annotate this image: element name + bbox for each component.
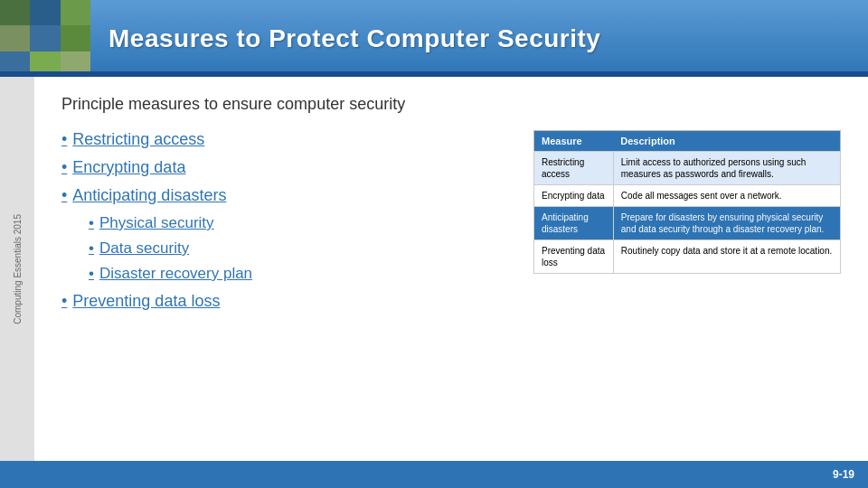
globe-image	[0, 0, 90, 77]
table-cell-desc-1: Limit access to authorized persons using…	[613, 152, 840, 185]
table-row: Restricting access Limit access to autho…	[534, 152, 841, 185]
list-item-restricting-access[interactable]: Restricting access	[61, 130, 515, 149]
table-header-description: Description	[613, 131, 840, 152]
list-item-anticipating-disasters[interactable]: Anticipating disasters	[61, 186, 515, 205]
header: Measures to Protect Computer Security	[0, 0, 868, 77]
table-header-row: Measure Description	[534, 131, 841, 152]
list-item-physical-security[interactable]: Physical security	[89, 214, 515, 232]
page-number: 9-19	[833, 468, 854, 481]
table-row: Anticipating disasters Prepare for disas…	[534, 207, 841, 240]
header-title-area: Measures to Protect Computer Security	[90, 0, 868, 77]
data-table: Measure Description Restricting access L…	[533, 130, 841, 274]
sidebar: Computing Essentials 2015	[0, 77, 34, 461]
sidebar-label: Computing Essentials 2015	[13, 214, 23, 324]
main-content: Principle measures to ensure computer se…	[34, 77, 868, 461]
bullet-list: Restricting access Encrypting data Antic…	[61, 130, 515, 443]
data-table-wrapper: Measure Description Restricting access L…	[533, 130, 841, 443]
footer: 9-19	[0, 461, 868, 488]
table-header-measure: Measure	[534, 131, 614, 152]
content-area: Restricting access Encrypting data Antic…	[61, 130, 841, 443]
table-cell-measure-2: Encrypting data	[534, 185, 614, 207]
page-title: Measures to Protect Computer Security	[108, 24, 600, 53]
list-item-preventing-data-loss[interactable]: Preventing data loss	[61, 292, 515, 311]
subtitle: Principle measures to ensure computer se…	[61, 95, 841, 114]
list-item-encrypting-data[interactable]: Encrypting data	[61, 158, 515, 177]
table-cell-measure-3: Anticipating disasters	[534, 207, 614, 240]
list-item-disaster-recovery[interactable]: Disaster recovery plan	[89, 265, 515, 283]
list-item-data-security[interactable]: Data security	[89, 239, 515, 258]
sub-list-disasters: Physical security Data security Disaster…	[89, 214, 515, 283]
table-cell-measure-1: Restricting access	[534, 152, 614, 185]
table-cell-desc-3: Prepare for disasters by ensuring physic…	[613, 207, 840, 240]
table-cell-desc-4: Routinely copy data and store it at a re…	[613, 240, 840, 274]
table-cell-desc-2: Code all messages sent over a network.	[613, 185, 840, 207]
table-row: Encrypting data Code all messages sent o…	[534, 185, 841, 207]
table-cell-measure-4: Preventing data loss	[534, 240, 614, 274]
table-row: Preventing data loss Routinely copy data…	[534, 240, 841, 274]
